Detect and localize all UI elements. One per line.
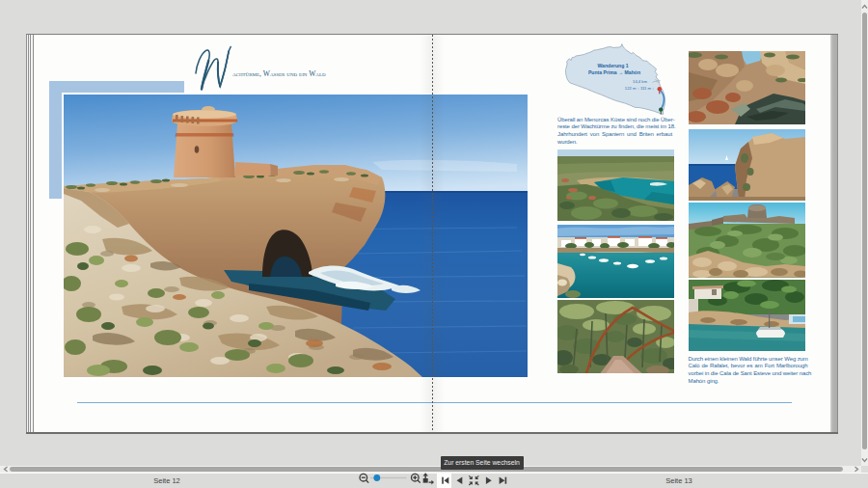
svg-text:Punta Prima → Mahón: Punta Prima → Mahón — [588, 69, 640, 75]
svg-text:14,4 km: 14,4 km — [633, 79, 647, 84]
svg-text:122 m ↑ 111 m ↓: 122 m ↑ 111 m ↓ — [625, 86, 654, 91]
svg-text:Wanderung 1: Wanderung 1 — [597, 63, 628, 68]
